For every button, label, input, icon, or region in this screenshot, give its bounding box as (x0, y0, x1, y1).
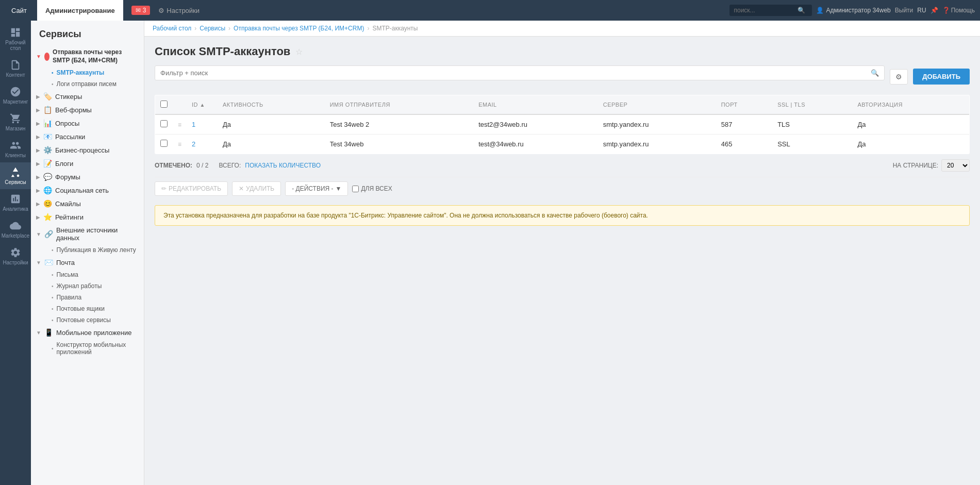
nav-subitem-smtp-logs[interactable]: Логи отправки писем (47, 78, 144, 90)
sidebar-item-label: Сервисы (5, 179, 26, 185)
for-all-checkbox-label: ДЛЯ ВСЕХ (352, 185, 392, 192)
expand-icon: ▶ (36, 188, 40, 193)
nav-item-mail[interactable]: ▼ ✉️ Почта (31, 256, 144, 269)
add-button[interactable]: ДОБАВИТЬ (913, 69, 970, 85)
nav-item-social[interactable]: ▶ 🌐 Социальная сеть (31, 183, 144, 197)
nav-subitem-live-feed[interactable]: Публикация в Живую ленту (47, 244, 144, 256)
external-nav-icon: 🔗 (44, 230, 53, 238)
nav-subitem-app-builder[interactable]: Конструктор мобильных приложений (47, 339, 144, 358)
breadcrumb: Рабочий стол › Сервисы › Отправка почты … (144, 21, 980, 37)
nav-item-mailings[interactable]: ▶ 📧 Рассылки (31, 130, 144, 143)
sidebar-item-services[interactable]: Сервисы (0, 162, 31, 189)
sidebar-item-marketing[interactable]: Маркетинг (0, 82, 31, 109)
sidebar-item-label: Аналитика (3, 206, 28, 212)
sidebar-item-dashboard[interactable]: Рабочий стол (0, 23, 31, 55)
nav-item-blogs[interactable]: ▶ 📝 Блоги (31, 157, 144, 170)
nav-item-forums[interactable]: ▶ 💬 Форумы (31, 170, 144, 183)
marked-label: ОТМЕЧЕНО: (155, 162, 192, 169)
nav-item-smiles[interactable]: ▶ 😊 Смайлы (31, 197, 144, 210)
col-header-active: АКТИВНОСТЬ (218, 95, 325, 115)
nav-subitem-mailboxes[interactable]: Почтовые ящики (47, 303, 144, 314)
help-button[interactable]: ❓ Помощь (942, 7, 975, 14)
nav-subitem-letters[interactable]: Письма (47, 269, 144, 280)
forum-nav-icon: 💬 (43, 173, 52, 181)
nav-item-mobile[interactable]: ▼ 📱 Мобильное приложение (31, 326, 144, 339)
show-count-link[interactable]: ПОКАЗАТЬ КОЛИЧЕСТВО (245, 162, 321, 169)
messages-button[interactable]: ✉ 3 (131, 6, 151, 15)
nav-subitem-rules[interactable]: Правила (47, 292, 144, 303)
sidebar-item-label: Магазин (6, 126, 26, 131)
row-checkbox[interactable] (160, 140, 168, 147)
row-check (155, 135, 173, 154)
breadcrumb-dashboard[interactable]: Рабочий стол (153, 25, 191, 32)
favorite-icon[interactable]: ☆ (295, 47, 303, 57)
delete-button[interactable]: ✕ УДАЛИТЬ (232, 181, 281, 196)
actions-dropdown[interactable]: - ДЕЙСТВИЯ - ▼ (285, 181, 348, 196)
row-active: Да (218, 135, 325, 154)
language-selector[interactable]: RU (917, 7, 926, 14)
nav-subitem-journal[interactable]: Журнал работы (47, 280, 144, 292)
sidebar-item-label: Рабочий стол (2, 40, 29, 51)
expand-icon: ▶ (36, 174, 40, 180)
nav-item-stickers[interactable]: ▶ 🏷️ Стикеры (31, 90, 144, 103)
table-settings-button[interactable]: ⚙ (890, 69, 908, 85)
message-icon: ✉ (136, 7, 141, 14)
table-row: ≡ 1 Да Test 34web 2 test2@34web.ru smtp.… (155, 114, 970, 135)
filter-input[interactable] (160, 69, 871, 77)
nav-sub-mobile: Конструктор мобильных приложений (31, 339, 144, 358)
nav-item-external-sources[interactable]: ▼ 🔗 Внешние источники данных (31, 224, 144, 244)
row-server: smtp.yandex.ru (598, 114, 716, 135)
row-id: 1 (187, 114, 218, 135)
site-button[interactable]: Сайт (5, 0, 33, 21)
search-box: 🔍 (729, 5, 812, 16)
expand-icon: ▶ (36, 161, 40, 166)
gear-icon: ⚙ (158, 7, 164, 14)
sidebar-item-analytics[interactable]: Аналитика (0, 189, 31, 216)
nav-subitem-smtp-accounts[interactable]: SMTP-аккаунты (47, 67, 144, 78)
nav-sub-smtp: SMTP-аккаунты Логи отправки писем (31, 67, 144, 90)
sidebar-item-label: Настройки (3, 260, 28, 265)
settings-link[interactable]: ⚙ Настройки (158, 7, 200, 14)
col-header-id[interactable]: ID ▲ (187, 95, 218, 115)
breadcrumb-services[interactable]: Сервисы (200, 25, 225, 32)
sidebar-item-content[interactable]: Контент (0, 55, 31, 82)
nav-subitem-mail-services[interactable]: Почтовые сервисы (47, 314, 144, 326)
sidebar-item-clients[interactable]: Клиенты (0, 136, 31, 162)
admin-tab[interactable]: Администрирование (37, 0, 123, 21)
warning-banner: Эта установка предназначена для разработ… (155, 205, 970, 226)
sidebar-item-shop[interactable]: Магазин (0, 109, 31, 136)
for-all-checkbox[interactable] (352, 186, 359, 192)
nav-item-webforms[interactable]: ▶ 📋 Веб-формы (31, 103, 144, 116)
logout-button[interactable]: Выйти (895, 7, 913, 14)
nav-item-bizproc[interactable]: ▶ ⚙️ Бизнес-процессы (31, 143, 144, 157)
user-menu[interactable]: 👤 Администратор 34web (816, 7, 890, 14)
search-input[interactable] (734, 7, 795, 14)
row-drag: ≡ (173, 135, 187, 154)
pin-icon[interactable]: 📌 (931, 7, 938, 14)
edit-button[interactable]: ✏ РЕДАКТИРОВАТЬ (155, 181, 228, 196)
breadcrumb-sep: › (194, 25, 196, 32)
breadcrumb-sep2: › (228, 25, 230, 32)
row-sender: Test 34web (325, 135, 473, 154)
sidebar-item-label: Клиенты (5, 153, 26, 158)
sidebar-item-label: Маркетинг (3, 99, 28, 105)
row-id-link[interactable]: 1 (192, 121, 195, 128)
sidebar-item-label: Marketplace (2, 233, 29, 239)
select-all-checkbox[interactable] (160, 101, 168, 108)
nav-item-smtp[interactable]: ▼ Отправка почты через SMTP (Б24, ИМ+CRM… (31, 46, 144, 67)
row-checkbox[interactable] (160, 120, 168, 127)
smtp-accounts-table: ID ▲ АКТИВНОСТЬ ИМЯ ОТПРАВИТЕЛЯ EMAIL СЕ… (155, 95, 970, 154)
smile-nav-icon: 😊 (43, 199, 52, 208)
table-row: ≡ 2 Да Test 34web test@34web.ru smtp.yan… (155, 135, 970, 154)
nav-item-polls[interactable]: ▶ 📊 Опросы (31, 116, 144, 130)
per-page-select[interactable]: 20 50 100 (941, 159, 970, 172)
breadcrumb-smtp[interactable]: Отправка почты через SMTP (Б24, ИМ+CRM) (234, 25, 364, 32)
collapse-icon: ▼ (36, 330, 41, 336)
row-id-link[interactable]: 2 (192, 140, 195, 148)
nav-sub-external: Публикация в Живую ленту (31, 244, 144, 256)
sidebar-item-settings[interactable]: Настройки (0, 243, 31, 270)
sidebar-item-marketplace[interactable]: Marketplace (0, 216, 31, 243)
nav-item-ratings[interactable]: ▶ ⭐ Рейтинги (31, 210, 144, 224)
drag-icon: ≡ (178, 141, 181, 148)
row-active: Да (218, 114, 325, 135)
